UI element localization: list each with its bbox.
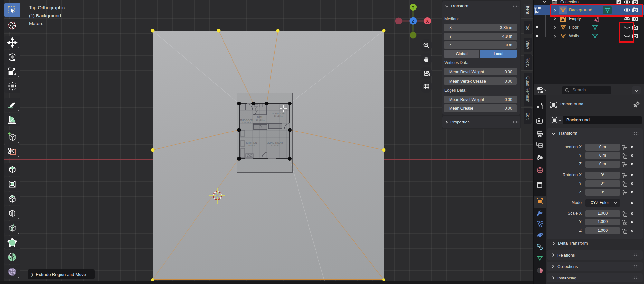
svg-text:1.6 x 3.6 m: 1.6 x 3.6 m <box>242 122 251 124</box>
svg-text:Z: Z <box>412 19 414 24</box>
svg-text:KITCHEN: KITCHEN <box>246 142 257 144</box>
svg-text:3.1 x 2.5 m: 3.1 x 2.5 m <box>274 115 283 117</box>
svg-text:MUDROOM: MUDROOM <box>240 119 253 122</box>
svg-text:LIVING ROOM: LIVING ROOM <box>267 142 283 144</box>
svg-text:X: X <box>426 19 429 24</box>
svg-text:2.9 x 4 m: 2.9 x 4 m <box>248 145 255 147</box>
svg-text:1.8 x 3.5 m: 1.8 x 3.5 m <box>256 119 265 121</box>
svg-text:BATH: BATH <box>257 116 263 119</box>
svg-text:BEDROOM: BEDROOM <box>272 112 284 115</box>
svg-text:4.1 x 4 m: 4.1 x 4 m <box>271 145 279 147</box>
svg-text:Y: Y <box>412 5 415 10</box>
